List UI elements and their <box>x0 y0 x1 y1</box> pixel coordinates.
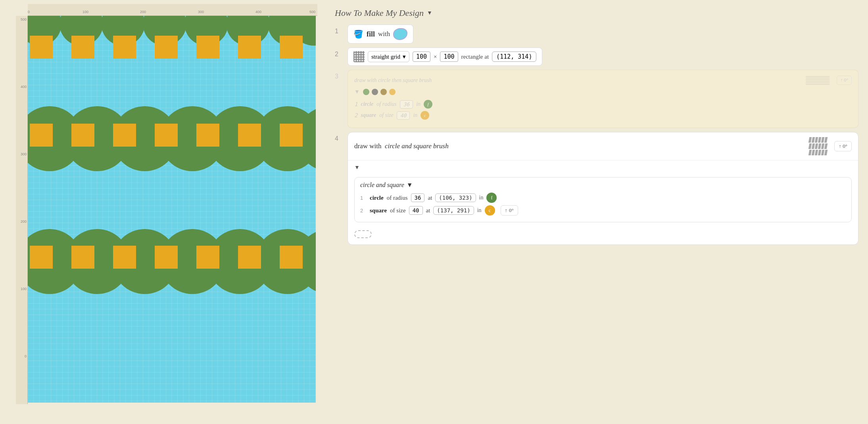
ghost-hash-pattern <box>806 76 830 85</box>
svg-rect-26 <box>196 124 219 147</box>
grid-coord-box[interactable]: (112, 314) <box>492 52 536 62</box>
title-text: How To Make My Design <box>335 8 424 18</box>
ruler-top: 0 100 200 300 400 500 <box>28 4 317 16</box>
step-2-number: 2 <box>335 51 343 58</box>
step-3-block: 3 draw with circle then square brush ↑ 0… <box>335 70 858 128</box>
square-rest: of size <box>390 207 406 214</box>
ruler-tick-200: 200 <box>140 10 146 14</box>
ghost-square-value: 40 <box>397 111 410 120</box>
draw-pre-text: draw with <box>354 142 381 150</box>
square-at-label: at <box>426 207 430 214</box>
circle-at-label: at <box>428 195 432 201</box>
circle-in-label: in <box>479 195 484 201</box>
circle-coord-box[interactable]: (106, 323) <box>435 193 476 202</box>
ghost-dots <box>363 89 396 95</box>
group-dropdown[interactable]: circle and square ▼ <box>360 181 413 189</box>
dot-green <box>363 89 369 95</box>
ghost-draw-label: draw with circle then square brush <box>354 77 432 84</box>
ruler-tick-500: 500 <box>309 10 315 14</box>
step-2-block: 2 straight grid ▾ 100 × 100 rectangle at… <box>335 48 858 66</box>
svg-rect-23 <box>71 124 94 147</box>
title-dropdown-arrow[interactable]: ▼ <box>427 10 432 16</box>
dot-yellow <box>389 89 396 95</box>
group-name-label: circle and square <box>360 181 404 189</box>
ruler-left: 500 400 300 200 100 0 <box>16 16 28 404</box>
svg-rect-36 <box>30 246 53 269</box>
step4-angle-value: 0° <box>843 143 847 149</box>
ghost-circle-kw: circle <box>361 101 373 107</box>
ghost-sub-2-num: 2 <box>354 112 357 118</box>
square-item-num: 2 <box>360 208 367 214</box>
step-1-number: 1 <box>335 28 343 35</box>
step4-expand-arrow[interactable]: ▼ <box>354 164 360 170</box>
ghost-sub-1: 1 circle of radius 36 in f <box>354 100 852 109</box>
ghost-square-in: in <box>413 112 417 118</box>
step-4-block: 4 draw with circle and square brush <box>335 132 858 245</box>
step4-expand-row: ▼ <box>348 160 858 174</box>
svg-rect-11 <box>155 36 178 59</box>
svg-rect-39 <box>155 246 178 269</box>
grid-row: straight grid ▾ 100 × 100 rectangle at (… <box>348 48 542 66</box>
square-angle-badge[interactable]: ↑ 0° <box>501 205 518 216</box>
step-3-number: 3 <box>335 73 343 80</box>
canvas-panel: 0 100 200 300 400 500 500 400 300 200 10… <box>0 0 325 424</box>
ruler-tick-300: 300 <box>198 10 204 14</box>
circle-item-num: 1 <box>360 195 367 201</box>
design-shapes <box>28 16 316 403</box>
ruler-tick-400: 400 <box>21 85 27 89</box>
square-color-badge[interactable]: c <box>485 205 495 216</box>
svg-rect-27 <box>238 124 261 147</box>
ghost-square-kw: square <box>361 112 376 118</box>
right-panel: How To Make My Design ▼ 1 🪣 fill with 2 … <box>325 0 868 424</box>
step4-angle-badge[interactable]: ↑ 0° <box>834 141 852 151</box>
ruler-tick-300: 300 <box>21 152 27 156</box>
square-angle-arrow: ↑ <box>505 207 508 214</box>
svg-rect-28 <box>280 124 303 147</box>
grid-icon <box>353 51 365 62</box>
dropdown-arrow-icon: ▾ <box>403 53 406 60</box>
fill-bold-label: fill <box>367 30 375 38</box>
ghost-block: draw with circle then square brush ↑ 0° … <box>348 70 858 128</box>
fill-icon: 🪣 <box>353 29 363 39</box>
circle-color-badge[interactable]: f <box>486 193 497 203</box>
draw-hash-pattern <box>809 137 827 155</box>
design-title: How To Make My Design ▼ <box>335 8 858 18</box>
ghost-expand-arrow: ▼ <box>354 89 360 95</box>
step-1-block: 1 🪣 fill with <box>335 25 858 44</box>
step4-header: draw with circle and square brush <box>348 132 858 160</box>
dot-brown <box>380 89 387 95</box>
grid-width-box[interactable]: 100 <box>413 52 430 62</box>
step4-outer: draw with circle and square brush <box>348 132 858 245</box>
svg-rect-41 <box>238 246 261 269</box>
fill-color-swatch[interactable] <box>393 28 407 40</box>
svg-rect-13 <box>238 36 261 59</box>
square-keyword: square <box>370 207 387 214</box>
add-item-button[interactable] <box>354 230 372 238</box>
circle-rest: of radius <box>387 195 408 201</box>
circle-radius-box[interactable]: 36 <box>411 193 425 202</box>
svg-rect-10 <box>113 36 136 59</box>
ghost-square-color-c: c <box>421 111 429 120</box>
square-angle-value: 0° <box>509 207 514 214</box>
fill-row: 🪣 fill with <box>348 25 413 44</box>
ghost-sub-2: 2 square of size 40 in c <box>354 111 852 120</box>
ruler-tick-100: 100 <box>21 287 27 291</box>
ruler-tick-500: 500 <box>21 17 27 21</box>
svg-rect-9 <box>71 36 94 59</box>
svg-rect-38 <box>113 246 136 269</box>
grid-type-dropdown[interactable]: straight grid ▾ <box>368 51 409 62</box>
grid-height-box[interactable]: 100 <box>440 52 458 62</box>
ghost-circle-value: 36 <box>400 100 413 109</box>
circle-keyword: circle <box>370 195 384 201</box>
canvas-wrapper: 0 100 200 300 400 500 500 400 300 200 10… <box>16 4 317 404</box>
main-canvas <box>28 16 316 403</box>
draw-brush-name: circle and square brush <box>385 142 449 150</box>
svg-rect-40 <box>196 246 219 269</box>
svg-rect-14 <box>280 36 303 59</box>
square-coord-box[interactable]: (137, 291) <box>433 206 474 215</box>
svg-rect-8 <box>30 36 53 59</box>
square-size-box[interactable]: 40 <box>409 206 423 215</box>
step4-circle-row: 1 circle of radius 36 at (106, 323) in f <box>360 193 846 203</box>
svg-rect-42 <box>280 246 303 269</box>
dot-dark <box>372 89 378 95</box>
